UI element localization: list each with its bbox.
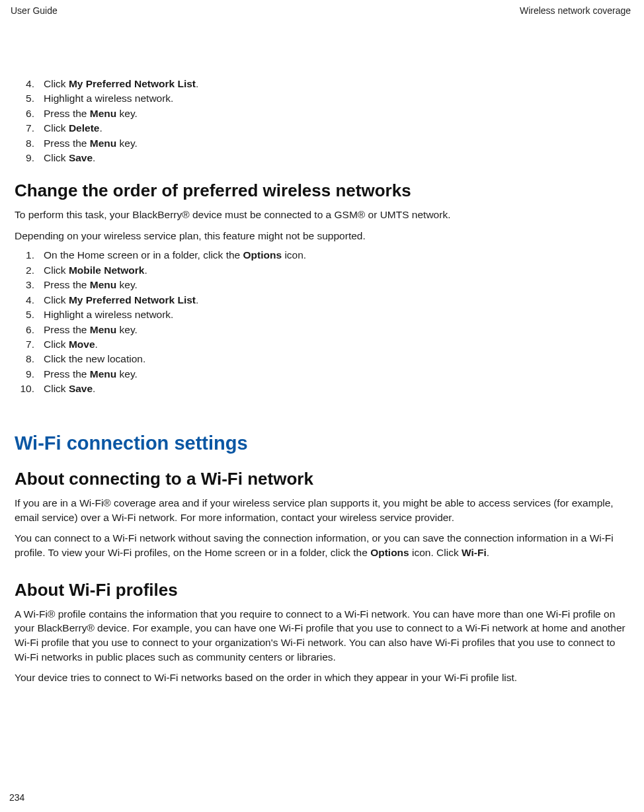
step-text: Highlight a wireless network.: [44, 307, 629, 322]
step-text: Click My Preferred Network List.: [44, 293, 629, 307]
step-text: On the Home screen or in a folder, click…: [44, 248, 629, 263]
section2-p2-b2: Wi-Fi: [462, 547, 487, 558]
step-number: 5.: [15, 307, 44, 322]
list-item: 8.Click the new location.: [15, 352, 629, 366]
section1-p1: To perform this task, your BlackBerry® d…: [15, 208, 629, 222]
step-number: 4.: [15, 293, 44, 307]
step-number: 8.: [15, 136, 44, 151]
step-bold: Delete: [69, 122, 100, 134]
step-text: Press the Menu key.: [44, 278, 629, 292]
step-number: 7.: [15, 121, 44, 136]
list-item: 1.On the Home screen or in a folder, cli…: [15, 248, 629, 263]
step-bold: Menu: [90, 138, 116, 149]
list-item: 6.Press the Menu key.: [15, 323, 629, 337]
list-item: 8.Press the Menu key.: [15, 136, 629, 151]
step-number: 4.: [15, 77, 44, 91]
list-item: 7.Click Delete.: [15, 121, 629, 136]
step-number: 3.: [15, 278, 44, 292]
step-bold: Menu: [90, 324, 116, 335]
section2-p2: You can connect to a Wi-Fi network witho…: [15, 531, 629, 559]
section2-p1: If you are in a Wi-Fi® coverage area and…: [15, 496, 629, 524]
section-title-change-order: Change the order of preferred wireless n…: [15, 181, 629, 201]
step-number: 1.: [15, 248, 44, 263]
step-number: 6.: [15, 106, 44, 121]
step-bold: Menu: [90, 108, 116, 119]
list-item: 9.Press the Menu key.: [15, 367, 629, 382]
step-text: Click My Preferred Network List.: [44, 77, 629, 91]
list-item: 4.Click My Preferred Network List.: [15, 293, 629, 307]
section1-p2: Depending on your wireless service plan,…: [15, 229, 629, 243]
step-bold: Move: [69, 339, 95, 350]
list-item: 4.Click My Preferred Network List.: [15, 77, 629, 91]
list-item: 7.Click Move.: [15, 337, 629, 352]
list-item: 3.Press the Menu key.: [15, 278, 629, 292]
list-item: 5.Highlight a wireless network.: [15, 307, 629, 322]
step-text: Press the Menu key.: [44, 106, 629, 121]
section-title-about-profiles: About Wi-Fi profiles: [15, 580, 629, 600]
step-number: 7.: [15, 337, 44, 352]
section3-p2: Your device tries to connect to Wi-Fi ne…: [15, 670, 629, 685]
step-number: 10.: [15, 382, 44, 396]
step-number: 5.: [15, 91, 44, 106]
section-title-about-connecting: About connecting to a Wi-Fi network: [15, 469, 629, 489]
step-number: 9.: [15, 367, 44, 382]
list-item: 5.Highlight a wireless network.: [15, 91, 629, 106]
list-item: 6.Press the Menu key.: [15, 106, 629, 121]
step-text: Click Mobile Network.: [44, 263, 629, 278]
section2-p2-a: You can connect to a Wi-Fi network witho…: [15, 532, 614, 558]
page-content: 4.Click My Preferred Network List.5.High…: [7, 16, 637, 685]
step-text: Click Move.: [44, 337, 629, 352]
h1-wifi-settings: Wi-Fi connection settings: [15, 432, 629, 454]
step-bold: Options: [243, 249, 282, 261]
step-bold: Save: [69, 152, 93, 163]
step-bold: Menu: [90, 368, 116, 380]
step-text: Click Save.: [44, 151, 629, 165]
page-number: 234: [9, 792, 24, 803]
step-text: Press the Menu key.: [44, 367, 629, 382]
step-bold: My Preferred Network List: [69, 294, 196, 305]
step-bold: Mobile Network: [69, 264, 145, 276]
section2-p2-b1: Options: [370, 547, 409, 558]
step-bold: Menu: [90, 279, 116, 290]
step-bold: Save: [69, 383, 93, 394]
step-text: Click Save.: [44, 382, 629, 396]
step-text: Click the new location.: [44, 352, 629, 366]
header-right: Wireless network coverage: [520, 5, 631, 16]
section3-p1: A Wi-Fi® profile contains the informatio…: [15, 607, 629, 665]
step-number: 6.: [15, 323, 44, 337]
step-number: 9.: [15, 151, 44, 165]
list-item: 2.Click Mobile Network.: [15, 263, 629, 278]
step-text: Press the Menu key.: [44, 136, 629, 151]
list-item: 10.Click Save.: [15, 382, 629, 396]
steps-list-a: 4.Click My Preferred Network List.5.High…: [15, 77, 629, 166]
steps-list-b: 1.On the Home screen or in a folder, cli…: [15, 248, 629, 397]
step-number: 8.: [15, 352, 44, 366]
step-bold: My Preferred Network List: [69, 78, 196, 89]
list-item: 9.Click Save.: [15, 151, 629, 165]
page-header: User Guide Wireless network coverage: [7, 5, 637, 16]
step-number: 2.: [15, 263, 44, 278]
header-left: User Guide: [11, 5, 58, 16]
step-text: Highlight a wireless network.: [44, 91, 629, 106]
step-text: Click Delete.: [44, 121, 629, 136]
section2-p2-d: .: [487, 547, 489, 558]
step-text: Press the Menu key.: [44, 323, 629, 337]
section2-p2-c: icon. Click: [409, 547, 462, 558]
